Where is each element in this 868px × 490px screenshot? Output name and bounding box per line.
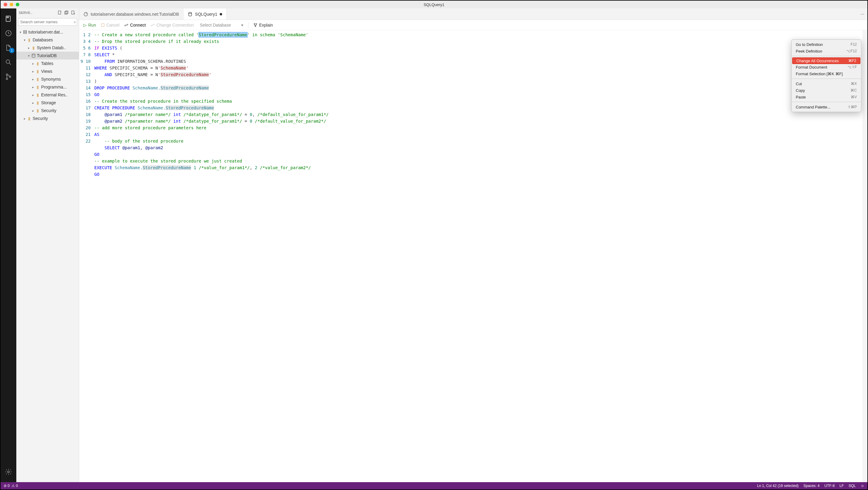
ctx-goto-definition[interactable]: Go to Definition F12 — [792, 41, 861, 48]
explain-label: Explain — [259, 23, 273, 28]
tab-connection[interactable]: tutorialserver.database.windows.net:Tuto… — [79, 8, 183, 20]
tree-programmability[interactable]: ▸ ▮ Programma... — [16, 83, 79, 91]
ctx-separator — [792, 56, 861, 56]
chevron-right-icon: ▸ — [31, 93, 35, 97]
tree-views[interactable]: ▸ ▮ Views — [16, 67, 79, 75]
status-warnings[interactable]: ⚠ 0 — [11, 484, 18, 488]
toolbar-divider — [248, 22, 248, 28]
folder-icon: ▮ — [35, 100, 40, 105]
status-cursor[interactable]: Ln 1, Col 42 (19 selected) — [757, 484, 799, 488]
ctx-label: Change All Occurrences — [796, 59, 839, 63]
titlebar: SQLQuery1 — [1, 1, 867, 8]
status-encoding[interactable]: UTF-8 — [825, 484, 835, 488]
ctx-label: Paste — [796, 95, 806, 99]
activity-explorer-icon[interactable]: 1 — [1, 40, 16, 55]
run-button[interactable]: ▷ Run — [82, 22, 97, 28]
ctx-cut[interactable]: Cut ⌘X — [792, 80, 861, 87]
close-window-icon[interactable] — [4, 3, 7, 6]
tree-label: Programma... — [41, 85, 67, 90]
activity-source-control-icon[interactable] — [1, 69, 16, 84]
folder-icon: ▮ — [27, 116, 32, 121]
tree-system-databases[interactable]: ▸ ▮ System Datab.. — [16, 44, 79, 52]
change-connection-label: Change Connection — [156, 23, 194, 28]
new-connection-icon[interactable] — [57, 10, 63, 15]
server-icon — [22, 30, 28, 34]
tree-label: TutorialDB — [37, 53, 57, 58]
tree-tables[interactable]: ▸ ▮ Tables — [16, 60, 79, 67]
database-icon — [31, 54, 36, 58]
minimap[interactable] — [863, 30, 867, 482]
chevron-right-icon: ▸ — [22, 117, 27, 120]
activity-servers-icon[interactable] — [1, 11, 16, 26]
status-spaces[interactable]: Spaces: 4 — [803, 484, 819, 488]
tree-security-outer[interactable]: ▸ ▮ Security — [16, 115, 79, 122]
explorer-badge: 1 — [9, 48, 14, 53]
explain-icon — [253, 23, 257, 27]
ctx-command-palette[interactable]: Command Palette... ⇧⌘P — [792, 104, 861, 110]
tree-tutorialdb[interactable]: ▾ TutorialDB — [16, 52, 79, 60]
ctx-label: Copy — [796, 88, 805, 93]
folder-icon: ▮ — [35, 92, 40, 97]
status-language[interactable]: SQL — [849, 484, 856, 488]
folder-icon: ▮ — [27, 37, 32, 42]
ctx-peek-definition[interactable]: Peek Definition ⌥F12 — [792, 48, 861, 54]
svg-rect-11 — [72, 11, 74, 14]
activity-history-icon[interactable] — [1, 26, 16, 40]
tree-security-inner[interactable]: ▸ ▮ Security — [16, 107, 79, 115]
ctx-shortcut: ⌘C — [850, 88, 857, 92]
ctx-separator — [792, 78, 861, 79]
explain-button[interactable]: Explain — [252, 22, 274, 28]
dashboard-icon — [84, 12, 88, 17]
tree-label: tutorialserver.dat... — [28, 30, 63, 34]
activity-search-icon[interactable] — [1, 55, 16, 69]
tree-synonyms[interactable]: ▸ ▮ Synonyms — [16, 75, 79, 83]
folder-icon: ▮ — [35, 77, 40, 81]
status-eol[interactable]: LF — [840, 484, 844, 488]
ctx-copy[interactable]: Copy ⌘C — [792, 87, 861, 94]
tab-label: tutorialserver.database.windows.net:Tuto… — [91, 12, 179, 17]
tab-label: SQLQuery1 — [195, 12, 217, 17]
cancel-label: Cancel — [106, 23, 120, 28]
ctx-label: Go to Definition — [796, 42, 823, 47]
connect-button[interactable]: Connect — [123, 22, 147, 28]
code-content[interactable]: -- Create a new stored procedure called … — [94, 30, 863, 482]
activity-settings-icon[interactable] — [1, 465, 16, 479]
refresh-icon[interactable] — [70, 10, 76, 15]
svg-rect-10 — [66, 11, 68, 13]
minimize-window-icon[interactable] — [10, 3, 13, 6]
chevron-right-icon: ▸ — [31, 109, 35, 112]
select-database-label: Select Database — [200, 23, 231, 28]
ctx-format-selection[interactable]: Format Selection [⌘K ⌘F] — [792, 70, 861, 77]
tree-label: Security — [41, 108, 57, 113]
maximize-window-icon[interactable] — [16, 3, 19, 6]
ctx-paste[interactable]: Paste ⌘V — [792, 94, 861, 100]
tree-server[interactable]: ▾ tutorialserver.dat... — [16, 28, 79, 36]
status-feedback-icon[interactable]: ☺ — [861, 484, 864, 488]
change-connection-button: Change Connection — [149, 22, 195, 28]
ctx-change-all-occurrences[interactable]: Change All Occurrences ⌘F2 — [792, 57, 861, 64]
svg-point-19 — [256, 23, 257, 24]
status-errors[interactable]: ⊘ 0 — [4, 484, 10, 488]
select-database-dropdown[interactable]: Select Database ▾ — [197, 22, 246, 28]
search-server-input[interactable] — [18, 18, 77, 26]
tab-sqlquery1[interactable]: SQLQuery1 — [183, 8, 227, 20]
line-gutter: 1 2 3 4 5 6 7 8 9 10 11 12 13 14 15 16 1… — [79, 30, 94, 482]
code-editor[interactable]: 1 2 3 4 5 6 7 8 9 10 11 12 13 14 15 16 1… — [79, 30, 867, 482]
sidebar-title: SERVE.. — [19, 11, 57, 14]
editor-area: tutorialserver.database.windows.net:Tuto… — [79, 8, 867, 482]
clear-search-icon[interactable]: × — [73, 20, 76, 24]
tree-label: Storage — [41, 100, 56, 105]
tree-label: Databases — [33, 37, 53, 42]
svg-rect-14 — [24, 32, 27, 34]
tree-external-resources[interactable]: ▸ ▮ External Res.. — [16, 91, 79, 99]
more-actions-icon[interactable]: ⋯ — [858, 8, 867, 20]
tree-storage[interactable]: ▸ ▮ Storage — [16, 99, 79, 107]
tree-label: External Res.. — [41, 92, 68, 97]
folder-icon: ▮ — [35, 69, 40, 74]
new-group-icon[interactable] — [63, 10, 70, 15]
svg-point-4 — [6, 74, 8, 75]
tree-label: Tables — [41, 61, 53, 66]
tree-databases[interactable]: ▾ ▮ Databases — [16, 36, 79, 44]
folder-icon: ▮ — [35, 85, 40, 90]
ctx-format-document[interactable]: Format Document ⌥⇧F — [792, 64, 861, 70]
